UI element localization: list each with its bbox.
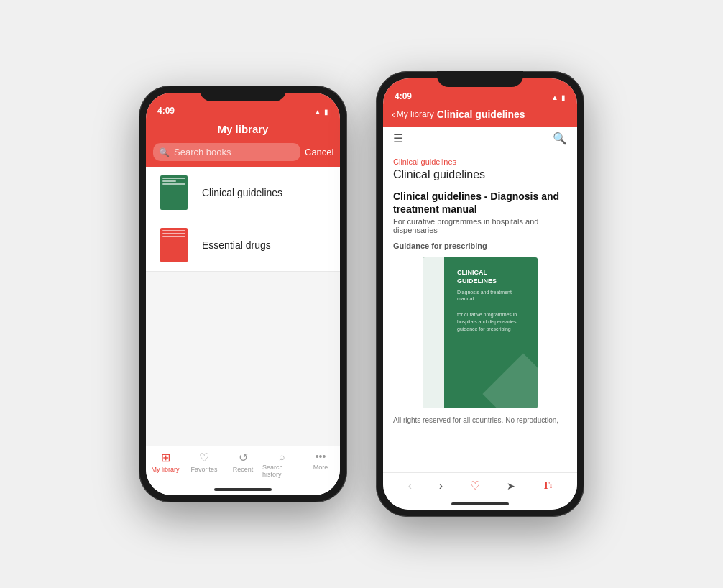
search-icon-2[interactable]: 🔍 [553,132,567,145]
search-history-icon: ⌕ [279,451,285,462]
cover-line [162,180,176,182]
status-icons-2: ▲ ▮ [551,93,566,101]
tab-search-history-label: Search history [262,464,301,478]
book-white-strip [423,257,444,408]
notch-2 [437,71,523,87]
book-cover-mini-drugs [160,228,188,262]
favorite-button[interactable]: ♡ [470,479,480,492]
cover-line [162,230,185,231]
back-label: My library [397,109,434,119]
cover-sub2: for curative programmes in hospitals and… [457,311,528,332]
content-subtitle-line1: For curative programmes in hospitals and… [393,217,567,234]
book-title-clinical: Clinical guidelines [202,187,282,198]
notch-1 [200,86,286,101]
nav-bar-1: My library [146,119,340,143]
search-icon-sm: 🔍 [159,147,170,157]
tab-more-label: More [313,464,328,471]
home-bar-2 [451,502,509,505]
tab-favorites-label: Favorites [190,466,217,473]
bottom-toolbar: ‹ › ♡ ➤ TI [383,472,577,498]
cover-line [162,178,185,179]
font-button[interactable]: TI [543,479,553,492]
tab-my-library-label: My library [151,466,179,473]
wifi-icon-2: ▲ [551,93,558,101]
recent-icon: ↺ [239,451,248,464]
back-button[interactable]: ‹ My library [392,109,434,120]
home-bar-1 [214,488,272,491]
search-input[interactable] [174,147,295,157]
tab-recent[interactable]: ↺ Recent [224,451,262,478]
phone-1: 4:09 ▲ ▮ My library 🔍 Cancel [139,86,347,502]
home-indicator-2 [383,498,577,510]
cancel-button[interactable]: Cancel [305,147,333,157]
tab-recent-label: Recent [233,466,254,473]
book-cover-large: CLINICAL GUIDELINES Diagnosis and treatm… [423,257,538,408]
battery-icon: ▮ [324,108,328,116]
cover-line [162,183,185,185]
cover-line [162,233,185,234]
phone-2: 4:09 ▲ ▮ ‹ My library Clinical guideline… [376,71,584,517]
cover-line [162,236,185,237]
tab-more[interactable]: ••• More [301,451,340,478]
tab-my-library[interactable]: ⊞ My library [146,451,185,478]
content-area: Clinical guidelines Clinical guidelines … [383,150,577,472]
tab-bar-1: ⊞ My library ♡ Favorites ↺ Recent ⌕ Sear… [146,446,340,484]
content-section-title: Clinical guidelines - Diagnosis and trea… [393,190,567,216]
search-input-wrap[interactable]: 🔍 [153,143,300,161]
search-bar-1[interactable]: 🔍 Cancel [146,143,340,167]
more-icon: ••• [316,451,326,462]
hamburger-icon[interactable]: ☰ [393,132,403,145]
chevron-left-icon: ‹ [392,109,395,120]
share-button[interactable]: ➤ [507,480,515,492]
book-thumb-drugs [156,226,193,264]
cover-title: CLINICAL GUIDELINES [457,269,528,285]
book-thumb-clinical [156,174,193,211]
content-footer: All rights reserved for all countries. N… [393,415,567,426]
next-button[interactable]: › [439,479,443,492]
book-title-drugs: Essential drugs [202,239,271,251]
phones-container: 4:09 ▲ ▮ My library 🔍 Cancel [139,71,584,517]
tab-favorites[interactable]: ♡ Favorites [185,451,224,478]
prev-button[interactable]: ‹ [408,479,412,492]
phone-2-screen: 4:09 ▲ ▮ ‹ My library Clinical guideline… [383,78,577,510]
nav-bar-2: ‹ My library Clinical guidelines [383,104,577,127]
tab-search-history[interactable]: ⌕ Search history [262,451,301,478]
favorites-icon: ♡ [199,451,209,464]
book-item-drugs[interactable]: Essential drugs [146,219,340,272]
status-icons-1: ▲ ▮ [314,108,328,116]
nav-title-2: Clinical guidelines [437,109,568,120]
my-library-icon: ⊞ [161,451,170,464]
time-1: 4:09 [157,106,175,116]
book-item-clinical[interactable]: Clinical guidelines [146,167,340,219]
cover-text: CLINICAL GUIDELINES Diagnosis and treatm… [457,269,528,332]
nav-title-1: My library [218,123,269,135]
time-2: 4:09 [395,91,412,101]
content-category: Clinical guidelines [393,157,567,166]
battery-icon-2: ▮ [561,93,566,101]
home-indicator-1 [146,484,340,495]
phone-1-screen: 4:09 ▲ ▮ My library 🔍 Cancel [146,93,340,495]
wifi-icon: ▲ [314,108,321,116]
content-book-title: Clinical guidelines [393,167,567,183]
book-cover-mini-clinical [160,175,188,210]
content-subtitle-line2: Guidance for prescribing [393,242,567,250]
toolbar-2: ☰ 🔍 [383,127,577,150]
book-list: Clinical guidelines Essential drugs [146,167,340,446]
cover-sub: Diagnosis and treatment manual [457,289,528,303]
